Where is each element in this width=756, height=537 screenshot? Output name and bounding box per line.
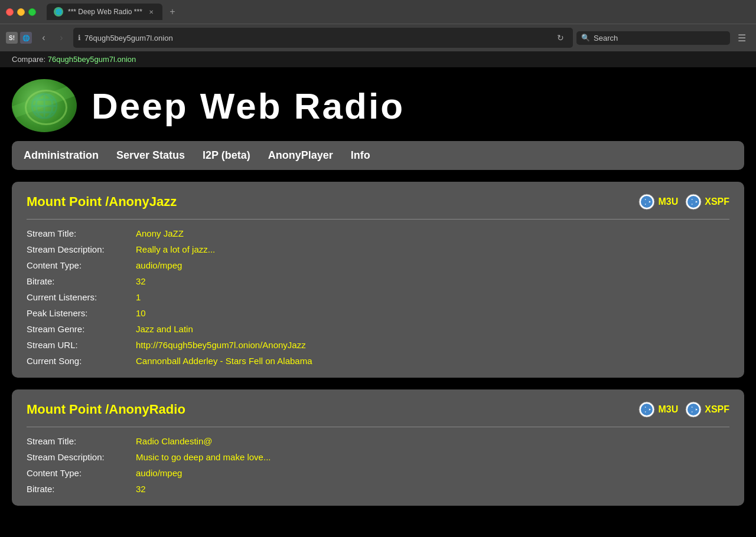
minimize-button[interactable] bbox=[17, 8, 25, 16]
svg-point-3 bbox=[644, 199, 649, 204]
bitrate-value: 32 bbox=[136, 276, 146, 286]
lock-icon: ℹ bbox=[78, 34, 81, 42]
xspf-link-anony-jazz[interactable]: XSPF bbox=[685, 194, 729, 210]
stream-genre-label: Stream Genre: bbox=[27, 324, 136, 334]
navigation-bar: S! 🌐 ‹ › ℹ 76qugh5bey5gum7l.onion ↻ 🔍 Se… bbox=[0, 24, 756, 51]
m3u-play-icon bbox=[638, 194, 655, 210]
svg-point-7 bbox=[691, 199, 696, 204]
stream-url-value: http://76qugh5bey5gum7l.onion/AnonyJazz bbox=[136, 340, 306, 350]
xspf-link-anony-radio[interactable]: XSPF bbox=[685, 401, 729, 418]
info-row-content-type: Content Type: audio/mpeg bbox=[27, 260, 729, 270]
radio-content-type-label: Content Type: bbox=[27, 468, 136, 478]
logo-globe-image: 🌐 bbox=[12, 79, 77, 132]
current-song-value: Cannonball Adderley - Stars Fell on Alab… bbox=[136, 356, 312, 366]
compare-url: 76qugh5bey5gum7l.onion bbox=[48, 55, 136, 64]
nav-item-anonyplayer[interactable]: AnonyPlayer bbox=[268, 149, 333, 162]
traffic-lights bbox=[6, 8, 36, 16]
bitrate-label: Bitrate: bbox=[27, 276, 136, 286]
peak-listeners-value: 10 bbox=[136, 308, 146, 318]
mount-title-anony-radio: Mount Point /AnonyRadio bbox=[27, 402, 185, 417]
s-icon-1: S! bbox=[6, 32, 18, 44]
xspf-play-icon bbox=[685, 194, 702, 210]
m3u-link-anony-jazz[interactable]: M3U bbox=[638, 194, 678, 210]
info-row-radio-stream-desc: Stream Description: Music to go deep and… bbox=[27, 452, 729, 462]
info-row-bitrate: Bitrate: 32 bbox=[27, 276, 729, 286]
mount-info-anony-jazz: Stream Title: Anony JaZZ Stream Descript… bbox=[27, 228, 729, 366]
mount-actions-anony-jazz: M3U XSPF bbox=[638, 194, 729, 210]
compare-label: Compare: bbox=[12, 55, 45, 64]
radio-bitrate-value: 32 bbox=[136, 484, 146, 494]
mount-header-anony-radio: Mount Point /AnonyRadio M3U bbox=[27, 401, 729, 418]
nav-item-i2p-beta[interactable]: I2P (beta) bbox=[203, 149, 250, 162]
current-listeners-value: 1 bbox=[136, 292, 141, 302]
m3u-link-anony-radio[interactable]: M3U bbox=[638, 401, 678, 418]
xspf-play-icon-radio bbox=[685, 401, 702, 418]
search-input[interactable]: Search bbox=[594, 34, 618, 42]
tab-bar: 🌐 *** Deep Web Radio *** ✕ + bbox=[41, 4, 750, 20]
search-bar[interactable]: 🔍 Search bbox=[576, 31, 730, 45]
tab-favicon: 🌐 bbox=[54, 7, 63, 17]
refresh-button[interactable]: ↻ bbox=[553, 30, 568, 45]
mount-header-anony-jazz: Mount Point /AnonyJazz M3U bbox=[27, 194, 729, 210]
close-button[interactable] bbox=[6, 8, 14, 16]
site-logo: 🌐 bbox=[12, 79, 83, 132]
info-row-radio-bitrate: Bitrate: 32 bbox=[27, 484, 729, 494]
forward-button[interactable]: › bbox=[53, 30, 70, 46]
stream-desc-value: Really a lot of jazz... bbox=[136, 244, 215, 254]
stream-title-label: Stream Title: bbox=[27, 228, 136, 238]
mount-actions-anony-radio: M3U XSPF bbox=[638, 401, 729, 418]
mount-card-anony-jazz: Mount Point /AnonyJazz M3U bbox=[12, 182, 744, 378]
radio-stream-desc-value: Music to go deep and make love... bbox=[136, 452, 271, 462]
address-bar[interactable]: ℹ 76qugh5bey5gum7l.onion ↻ bbox=[73, 28, 573, 48]
stream-desc-label: Stream Description: bbox=[27, 244, 136, 254]
back-button[interactable]: ‹ bbox=[35, 30, 52, 46]
mount-title-anony-jazz: Mount Point /AnonyJazz bbox=[27, 194, 177, 209]
nav-item-info[interactable]: Info bbox=[351, 149, 370, 162]
info-row-radio-content-type: Content Type: audio/mpeg bbox=[27, 468, 729, 478]
site-title: Deep Web Radio bbox=[92, 85, 405, 127]
search-icon: 🔍 bbox=[581, 34, 590, 42]
content-type-value: audio/mpeg bbox=[136, 260, 182, 270]
nav-menu: Administration Server Status I2P (beta) … bbox=[12, 141, 744, 170]
nav-item-server-status[interactable]: Server Status bbox=[116, 149, 185, 162]
nav-item-administration[interactable]: Administration bbox=[24, 149, 99, 162]
radio-content-type-value: audio/mpeg bbox=[136, 468, 182, 478]
m3u-label-anony-jazz: M3U bbox=[658, 197, 678, 207]
security-icons: S! 🌐 bbox=[6, 32, 32, 44]
current-listeners-label: Current Listeners: bbox=[27, 292, 136, 302]
stream-title-value: Anony JaZZ bbox=[136, 228, 184, 238]
info-row-stream-title: Stream Title: Anony JaZZ bbox=[27, 228, 729, 238]
radio-stream-desc-label: Stream Description: bbox=[27, 452, 136, 462]
m3u-label-anony-radio: M3U bbox=[658, 404, 678, 415]
active-tab[interactable]: 🌐 *** Deep Web Radio *** ✕ bbox=[47, 4, 162, 20]
info-row-stream-url: Stream URL: http://76qugh5bey5gum7l.onio… bbox=[27, 340, 729, 350]
stream-genre-value: Jazz and Latin bbox=[136, 324, 193, 334]
title-bar: 🌐 *** Deep Web Radio *** ✕ + bbox=[0, 0, 756, 24]
stream-url-link[interactable]: http://76qugh5bey5gum7l.onion/AnonyJazz bbox=[136, 340, 306, 350]
browser-menu-button[interactable]: ☰ bbox=[734, 30, 750, 46]
info-row-stream-genre: Stream Genre: Jazz and Latin bbox=[27, 324, 729, 334]
xspf-label-anony-jazz: XSPF bbox=[705, 197, 729, 207]
maximize-button[interactable] bbox=[28, 8, 36, 16]
tab-close-button[interactable]: ✕ bbox=[147, 8, 155, 16]
mount-divider-anony-jazz bbox=[27, 219, 729, 220]
svg-point-15 bbox=[691, 407, 696, 412]
new-tab-button[interactable]: + bbox=[166, 5, 179, 18]
nav-back-forward: ‹ › bbox=[35, 30, 70, 46]
address-text: 76qugh5bey5gum7l.onion bbox=[84, 34, 549, 42]
info-row-radio-stream-title: Stream Title: Radio Clandestin@ bbox=[27, 436, 729, 446]
mount-info-anony-radio: Stream Title: Radio Clandestin@ Stream D… bbox=[27, 436, 729, 494]
info-row-current-listeners: Current Listeners: 1 bbox=[27, 292, 729, 302]
info-row-stream-desc: Stream Description: Really a lot of jazz… bbox=[27, 244, 729, 254]
stream-url-label: Stream URL: bbox=[27, 340, 136, 350]
current-song-label: Current Song: bbox=[27, 356, 136, 366]
compare-bar: Compare: 76qugh5bey5gum7l.onion bbox=[0, 51, 756, 67]
radio-stream-title-label: Stream Title: bbox=[27, 436, 136, 446]
content-type-label: Content Type: bbox=[27, 260, 136, 270]
radio-bitrate-label: Bitrate: bbox=[27, 484, 136, 494]
mount-card-anony-radio: Mount Point /AnonyRadio M3U bbox=[12, 389, 744, 506]
info-row-current-song: Current Song: Cannonball Adderley - Star… bbox=[27, 356, 729, 366]
browser-chrome: 🌐 *** Deep Web Radio *** ✕ + S! 🌐 ‹ › ℹ … bbox=[0, 0, 756, 51]
m3u-play-icon-radio bbox=[638, 401, 655, 418]
info-row-peak-listeners: Peak Listeners: 10 bbox=[27, 308, 729, 318]
